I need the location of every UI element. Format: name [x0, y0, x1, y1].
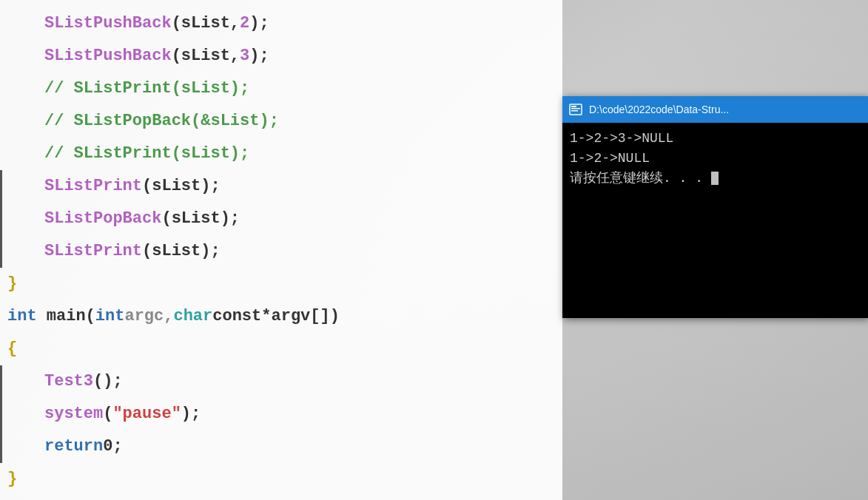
terminal-line-3: 请按任意键继续. . . [570, 169, 861, 189]
code-token: SListPushBack [44, 40, 172, 72]
code-line-main: int main(int argc, char const *argv[]) [0, 300, 562, 333]
code-token: SListPopBack [44, 203, 161, 235]
code-line-brace-open: { [0, 333, 562, 365]
terminal-titlebar: D:\code\2022code\Data-Stru... [562, 96, 868, 123]
code-token: // SListPopBack(&sList); [44, 105, 279, 138]
code-line-brace-close: } [0, 463, 562, 496]
code-line: SListPushBack(sList, 2); [0, 7, 562, 40]
code-token: , [230, 7, 240, 40]
code-token: ( [142, 235, 152, 268]
code-line-comment: // SListPopBack(&sList); [0, 105, 562, 138]
svg-rect-2 [571, 108, 580, 109]
code-token: ( [172, 40, 181, 72]
code-token: Test3 [44, 365, 93, 398]
code-content: SListPushBack(sList, 2); SListPushBack(s… [0, 0, 562, 500]
code-token: ) [330, 300, 340, 333]
terminal-line-1: 1->2->3->NULL [570, 129, 861, 149]
code-token: 3 [240, 40, 249, 72]
cmd-icon [569, 103, 582, 116]
terminal-line-2: 1->2->NULL [570, 149, 861, 169]
code-line: SListPushBack(sList, 3); [0, 40, 562, 72]
code-token: argc, [124, 300, 173, 333]
code-token-string: "pause" [112, 398, 181, 430]
code-token: SListPushBack [44, 7, 172, 40]
code-line: SListPopBack(sList); [0, 203, 562, 235]
code-token: // SListPrint(sList); [44, 72, 249, 105]
code-line: SListPrint(sList); [0, 170, 562, 203]
code-token: ); [249, 7, 269, 40]
svg-rect-1 [571, 106, 576, 107]
code-token: ( [142, 170, 152, 203]
code-token: *argv[] [261, 300, 329, 333]
code-line: SListPrint(sList); [0, 235, 562, 268]
code-token: ); [249, 40, 269, 72]
code-token: ( [103, 398, 112, 430]
code-token: // SListPrint(sList); [44, 138, 249, 170]
terminal-cursor [711, 172, 719, 185]
code-token: sList [152, 235, 201, 268]
code-token: sList [172, 203, 221, 235]
code-token: SListPrint [44, 235, 142, 268]
code-token: const [212, 300, 261, 333]
code-token: system [44, 398, 103, 430]
code-token: sList [152, 170, 201, 203]
code-line: system("pause"); [0, 398, 562, 430]
code-token-keyword: int [7, 300, 37, 333]
code-token: 0; [103, 430, 122, 463]
code-token-keyword: int [95, 300, 125, 333]
code-token: main( [37, 300, 95, 333]
code-token: 2 [240, 7, 249, 40]
code-token: SListPrint [44, 170, 142, 203]
code-token: } [7, 268, 17, 300]
code-token: ); [181, 398, 201, 430]
code-line-brace: } [0, 268, 562, 300]
main-container: SListPushBack(sList, 2); SListPushBack(s… [0, 0, 868, 500]
code-token: (); [93, 365, 123, 398]
code-token: ); [201, 170, 220, 203]
svg-rect-3 [571, 110, 578, 112]
code-line: Test3(); [0, 365, 562, 398]
code-token: ( [172, 7, 181, 40]
code-token: char [173, 300, 212, 333]
code-editor: SListPushBack(sList, 2); SListPushBack(s… [0, 0, 562, 500]
code-token: sList [181, 7, 230, 40]
code-token-keyword: return [44, 430, 103, 463]
code-line-comment: // SListPrint(sList); [0, 138, 562, 170]
code-token: ( [161, 203, 171, 235]
code-line: return 0; [0, 430, 562, 463]
terminal-title: D:\code\2022code\Data-Stru... [589, 104, 729, 115]
code-token: } [7, 463, 17, 496]
code-token: sList [181, 40, 230, 72]
code-token: ); [201, 235, 220, 268]
code-line-comment: // SListPrint(sList); [0, 72, 562, 105]
code-token: { [7, 333, 17, 365]
terminal-window: D:\code\2022code\Data-Stru... 1->2->3->N… [562, 96, 868, 318]
terminal-icon [568, 102, 583, 117]
terminal-body: 1->2->3->NULL 1->2->NULL 请按任意键继续. . . [562, 123, 868, 195]
code-token: , [230, 40, 240, 72]
code-token: ); [221, 203, 240, 235]
